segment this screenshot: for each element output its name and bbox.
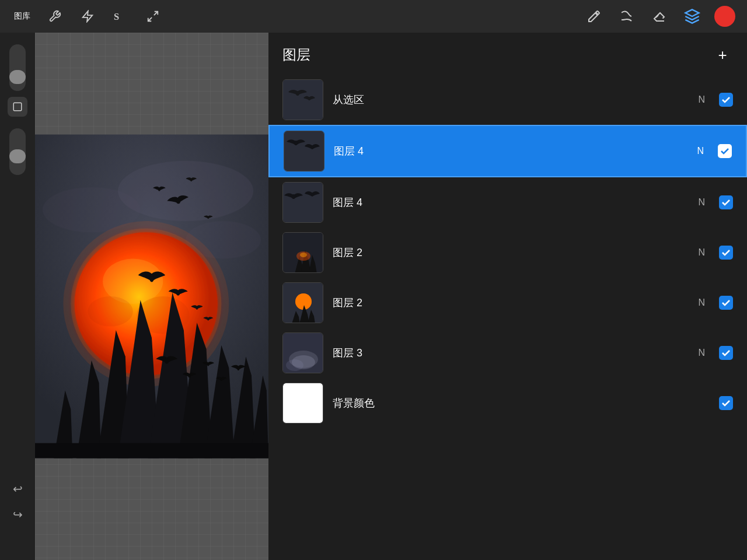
svg-point-57 [295, 293, 312, 310]
brush-size-slider[interactable] [9, 44, 26, 91]
layer-mode-2-fire: N [698, 247, 705, 258]
svg-point-46 [292, 194, 295, 199]
svg-point-32 [196, 307, 198, 310]
layers-header: 图层 + [268, 44, 747, 75]
settings-button[interactable] [44, 6, 65, 27]
svg-point-64 [286, 359, 303, 371]
add-layer-button[interactable]: + [712, 44, 733, 65]
layer-visibility-2-moon[interactable] [719, 296, 733, 310]
svg-rect-42 [284, 131, 324, 172]
svg-rect-39 [283, 80, 323, 120]
layers-title: 图层 [282, 46, 310, 64]
color-swatch[interactable] [714, 6, 735, 27]
toolbar-left: 图库 S [12, 6, 163, 27]
redo-button[interactable]: ↪ [9, 504, 26, 525]
svg-point-15 [88, 296, 132, 327]
svg-point-33 [207, 318, 209, 320]
brush-size-thumb [9, 70, 26, 84]
layer-thumbnail-from-selection [282, 79, 323, 120]
layer-mode-2-moon: N [698, 298, 705, 308]
svg-point-30 [149, 275, 154, 282]
layer-name-from-selection: 从选区 [333, 93, 689, 107]
svg-point-44 [311, 145, 313, 149]
strokes-button[interactable]: S [110, 6, 131, 27]
svg-point-40 [296, 91, 299, 96]
layer-visibility-4-active[interactable] [718, 144, 732, 158]
svg-rect-45 [283, 183, 323, 223]
svg-point-53 [300, 253, 307, 257]
svg-point-43 [294, 141, 298, 145]
svg-line-3 [148, 18, 152, 21]
layers-panel: 图层 + 从选区 N [268, 33, 747, 560]
canvas-artwork[interactable] [35, 46, 268, 547]
svg-point-29 [207, 216, 209, 219]
layer-item-2-moon[interactable]: 图层 2 N [268, 278, 747, 328]
svg-rect-5 [13, 103, 22, 111]
svg-point-36 [207, 363, 209, 366]
layer-visibility-3[interactable] [719, 346, 733, 360]
layer-name-3: 图层 3 [333, 346, 689, 360]
layer-mode-3: N [698, 348, 705, 358]
sidebar-button-1[interactable] [8, 97, 27, 117]
svg-point-41 [308, 97, 310, 100]
eraser-tool-button[interactable] [649, 6, 670, 27]
layers-panel-button[interactable] [682, 6, 703, 27]
adjustments-button[interactable] [77, 6, 98, 27]
layer-name-2-moon: 图层 2 [333, 296, 689, 310]
svg-rect-25 [35, 443, 268, 459]
svg-point-27 [158, 188, 160, 191]
layer-mode-4-dup: N [698, 197, 705, 208]
layer-visibility-2-fire[interactable] [719, 246, 733, 260]
layer-item-from-selection[interactable]: 从选区 N [268, 75, 747, 125]
svg-marker-4 [685, 9, 699, 16]
layer-visibility-4-dup[interactable] [719, 195, 733, 209]
layer-name-4-active: 图层 4 [334, 144, 687, 158]
left-sidebar: ↩ ↪ [0, 33, 35, 560]
top-toolbar: 图库 S [0, 0, 747, 33]
svg-point-31 [176, 290, 180, 295]
svg-marker-0 [83, 11, 93, 22]
layer-mode-4-active: N [697, 146, 704, 156]
svg-point-34 [165, 358, 169, 363]
opacity-slider[interactable] [9, 128, 26, 175]
svg-point-38 [238, 366, 240, 370]
canvas-area[interactable] [35, 33, 268, 560]
layer-thumbnail-3 [282, 332, 323, 373]
layer-visibility-background[interactable] [719, 396, 733, 410]
toolbar-right [584, 6, 735, 27]
svg-point-28 [190, 178, 192, 181]
layer-item-3[interactable]: 图层 3 N [268, 328, 747, 378]
opacity-thumb [9, 149, 26, 163]
layer-thumbnail-background [282, 383, 323, 424]
smudge-tool-button[interactable] [616, 6, 637, 27]
svg-point-37 [221, 378, 222, 381]
layer-thumbnail-4-active [284, 131, 324, 172]
transform-button[interactable] [142, 6, 163, 27]
gallery-button[interactable]: 图库 [12, 6, 33, 27]
layer-thumbnail-2-fire [282, 232, 323, 273]
brush-tool-button[interactable] [584, 6, 605, 27]
svg-point-47 [311, 192, 313, 196]
svg-point-35 [189, 374, 191, 378]
layer-name-4-dup: 图层 4 [333, 195, 689, 209]
layer-visibility-from-selection[interactable] [719, 93, 733, 107]
layer-name-background: 背景颜色 [333, 396, 696, 410]
layer-item-2-fire[interactable]: 图层 2 N [268, 228, 747, 278]
layer-name-2-fire: 图层 2 [333, 246, 689, 260]
layer-thumbnail-2-moon [282, 282, 323, 323]
layer-mode-from-selection: N [698, 94, 705, 105]
undo-button[interactable]: ↩ [9, 478, 26, 499]
svg-text:S: S [114, 11, 119, 22]
layer-item-background[interactable]: 背景颜色 [268, 378, 747, 428]
layer-item-4-dup[interactable]: 图层 4 N [268, 177, 747, 228]
layer-thumbnail-4-dup [282, 182, 323, 223]
svg-line-2 [154, 12, 158, 15]
layer-item-4-active[interactable]: 图层 4 N [268, 125, 747, 177]
undo-redo-section: ↩ ↪ [0, 478, 35, 525]
